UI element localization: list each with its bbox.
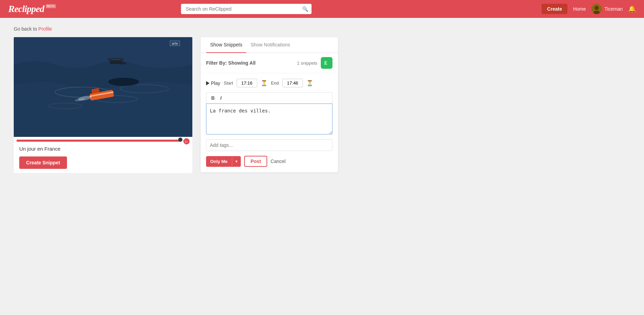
only-me-button[interactable]: Only Me ▼ — [206, 156, 241, 167]
progress-end-marker: ▷ — [183, 138, 190, 144]
search-input[interactable] — [181, 4, 312, 14]
editor-toolbar: B I — [206, 92, 332, 104]
create-snippet-button[interactable]: Create Snippet — [19, 156, 67, 169]
progress-thumb — [178, 138, 182, 142]
svg-rect-17 — [121, 63, 125, 64]
evernote-button[interactable]: E — [321, 57, 332, 69]
tags-input[interactable] — [206, 139, 332, 151]
only-me-label: Only Me — [206, 156, 232, 167]
avatar-image — [591, 4, 602, 14]
action-row: Only Me ▼ Post Cancel — [206, 156, 332, 167]
video-scene-svg: arte — [14, 37, 192, 137]
play-triangle-icon — [206, 81, 210, 85]
evernote-icon: E — [323, 59, 330, 66]
filter-value: Showing All — [228, 60, 256, 66]
progress-bar[interactable]: ▷ — [16, 140, 190, 142]
main-layout: arte ▷ Un jour en France Create Snippet — [14, 37, 467, 173]
breadcrumb-prefix: Go back to — [14, 26, 37, 32]
progress-fill — [16, 140, 181, 142]
snippet-form: Play Start ⏳ End ⏳ B I La <span class="u… — [201, 73, 338, 172]
italic-button[interactable]: I — [219, 95, 223, 101]
play-label: Play — [211, 80, 220, 86]
filter-bar: Filter By: Showing All 1 snippets E — [201, 53, 338, 73]
right-panel: Show Snippets Show Notifications Filter … — [201, 37, 338, 172]
only-me-dropdown-arrow-icon[interactable]: ▼ — [232, 157, 241, 166]
video-background: arte — [14, 37, 192, 137]
tab-show-notifications[interactable]: Show Notifications — [246, 37, 294, 53]
end-label: End — [271, 80, 279, 86]
play-row: Play Start ⏳ End ⏳ — [206, 79, 332, 87]
filter-label: Filter By: — [206, 60, 227, 66]
create-button[interactable]: Create — [542, 4, 568, 14]
start-label: Start — [224, 80, 233, 86]
svg-point-8 — [108, 78, 139, 86]
progress-area: ▷ — [14, 137, 192, 142]
video-info: Un jour en France Create Snippet — [14, 142, 192, 173]
search-bar-container: 🔍 — [181, 4, 312, 14]
logo-area: Reclipped BETA — [8, 3, 63, 14]
video-container: arte — [14, 37, 192, 137]
svg-text:E: E — [324, 61, 327, 66]
start-clock-icon[interactable]: ⏳ — [261, 80, 268, 86]
breadcrumb: Go back to Profile — [14, 26, 467, 32]
user-area[interactable]: Ticeman — [591, 4, 623, 14]
end-clock-icon[interactable]: ⏳ — [306, 80, 313, 86]
post-button[interactable]: Post — [244, 156, 267, 167]
svg-point-1 — [595, 6, 599, 10]
search-icon: 🔍 — [302, 6, 308, 12]
header-right: Create Home Ticeman 🔔 — [542, 4, 636, 14]
beta-badge: BETA — [46, 4, 56, 8]
start-time-input[interactable] — [237, 79, 257, 87]
home-link[interactable]: Home — [573, 6, 586, 12]
bold-button[interactable]: B — [210, 95, 216, 101]
video-title: Un jour en France — [19, 146, 187, 152]
notification-bell-icon[interactable]: 🔔 — [628, 5, 636, 13]
video-panel: arte ▷ Un jour en France Create Snippet — [14, 37, 192, 173]
username-label: Ticeman — [605, 6, 623, 12]
cancel-button[interactable]: Cancel — [271, 159, 286, 164]
tabs-container: Show Snippets Show Notifications — [201, 37, 338, 53]
logo-text: Reclipped — [8, 3, 44, 14]
filter-right: 1 snippets E — [297, 57, 332, 69]
filter-text: Filter By: Showing All — [206, 60, 256, 66]
svg-text:arte: arte — [172, 42, 178, 45]
end-time-input[interactable] — [282, 79, 303, 87]
svg-rect-14 — [110, 61, 122, 64]
tab-show-snippets[interactable]: Show Snippets — [206, 37, 246, 53]
note-textarea[interactable]: La <span class="underline-text">france</… — [206, 104, 332, 134]
play-button[interactable]: Play — [206, 80, 220, 86]
page-content: Go back to Profile — [0, 18, 481, 181]
header: Reclipped BETA 🔍 Create Home Ticeman 🔔 — [0, 0, 644, 18]
avatar — [591, 4, 602, 14]
breadcrumb-link[interactable]: Profile — [38, 26, 52, 32]
snippets-count: 1 snippets — [297, 61, 317, 66]
